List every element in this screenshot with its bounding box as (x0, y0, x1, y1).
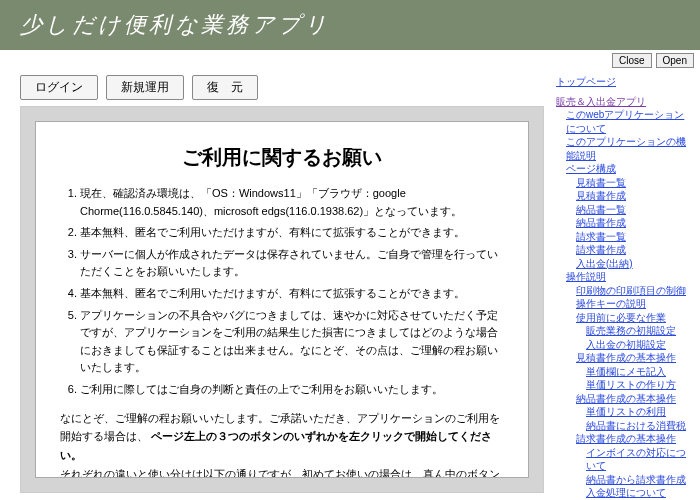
app-header: 少しだけ便利な業務アプリ (0, 0, 700, 50)
notice-item: 基本無料、匿名でご利用いただけますが、有料にて拡張することができます。 (80, 285, 504, 303)
sidebar-link[interactable]: 納品書一覧 (576, 204, 626, 215)
sidebar-link[interactable]: 入金処理について (586, 487, 666, 498)
notice-item: アプリケーションの不具合やバグにつきましては、速やかに対応させていただく予定です… (80, 307, 504, 377)
sidebar-link[interactable]: このアプリケーションの機能説明 (566, 136, 686, 161)
left-pane: ログイン 新規運用 復 元 ご利用に関するお願い 現在、確認済み環境は、「OS：… (0, 71, 552, 500)
sidebar-link[interactable]: インボイスの対応について (586, 447, 686, 472)
sidebar-link[interactable]: 使用前に必要な作業 (576, 312, 666, 323)
app-title: 少しだけ便利な業務アプリ (20, 12, 331, 37)
sidebar-link[interactable]: 見積書作成の基本操作 (576, 352, 676, 363)
sidebar-nav: トップページ 販売＆入出金アプリ このwebアプリケーションについてこのアプリケ… (552, 71, 700, 500)
main-area: ログイン 新規運用 復 元 ご利用に関するお願い 現在、確認済み環境は、「OS：… (0, 71, 700, 500)
notice-item: サーバーに個人が作成されたデータは保存されていません。ご自身で管理を行っていただ… (80, 246, 504, 281)
restore-button[interactable]: 復 元 (192, 75, 258, 100)
sidebar-link[interactable]: 入出金(出納) (576, 258, 633, 269)
new-operation-button[interactable]: 新規運用 (106, 75, 184, 100)
sidebar-link[interactable]: 単価欄にメモ記入 (586, 366, 666, 377)
sidebar-link[interactable]: 操作キーの説明 (576, 298, 646, 309)
content-frame: ご利用に関するお願い 現在、確認済み環境は、「OS：Windows11」「ブラウ… (20, 106, 544, 493)
sidebar-link[interactable]: 見積書一覧 (576, 177, 626, 188)
sidebar-link[interactable]: 請求書作成の基本操作 (576, 433, 676, 444)
notice-item: 基本無料、匿名でご利用いただけますが、有料にて拡張することができます。 (80, 224, 504, 242)
notice-title: ご利用に関するお願い (60, 144, 504, 171)
sidebar-link[interactable]: 見積書作成 (576, 190, 626, 201)
sidebar-link[interactable]: 販売業務の初期設定 (586, 325, 676, 336)
sidebar-link[interactable]: 納品書から請求書作成 (586, 474, 686, 485)
sidebar-link[interactable]: ページ構成 (566, 163, 616, 174)
sidebar-link[interactable]: 入出金の初期設定 (586, 339, 666, 350)
sidebar-link[interactable]: 印刷物の印刷項目の制御 (576, 285, 686, 296)
notice-item: ご利用に際してはご自身の判断と責任の上でご利用をお願いいたします。 (80, 381, 504, 399)
sidebar-link[interactable]: 単価リストの利用 (586, 406, 666, 417)
notice-list: 現在、確認済み環境は、「OS：Windows11」「ブラウザ：google Ch… (60, 185, 504, 399)
open-button[interactable]: Open (656, 53, 694, 68)
window-controls: Close Open (0, 50, 700, 71)
sidebar-link[interactable]: このwebアプリケーションについて (566, 109, 684, 134)
notice-box: ご利用に関するお願い 現在、確認済み環境は、「OS：Windows11」「ブラウ… (35, 121, 529, 478)
sidebar-link[interactable]: 操作説明 (566, 271, 606, 282)
close-button[interactable]: Close (612, 53, 652, 68)
action-button-row: ログイン 新規運用 復 元 (20, 75, 544, 100)
sidebar-link[interactable]: 納品書作成 (576, 217, 626, 228)
sidebar-link[interactable]: 納品書における消費税 (586, 420, 686, 431)
sidebar-link[interactable]: 請求書作成 (576, 244, 626, 255)
login-button[interactable]: ログイン (20, 75, 98, 100)
sidebar-top-link[interactable]: トップページ (556, 76, 616, 87)
notice-footer: なにとぞ、ご理解の程お願いいたします。ご承諾いただき、アプリケーションのご利用を… (60, 409, 504, 478)
sidebar-link[interactable]: 納品書作成の基本操作 (576, 393, 676, 404)
notice-footer-post: それぞれの違いと使い分けは以下の通りですが、初めてお使いの場合は、真ん中のボタン (60, 468, 500, 478)
sidebar-link[interactable]: 請求書一覧 (576, 231, 626, 242)
sidebar-group1-title[interactable]: 販売＆入出金アプリ (556, 96, 646, 107)
sidebar-link[interactable]: 単価リストの作り方 (586, 379, 676, 390)
notice-item: 現在、確認済み環境は、「OS：Windows11」「ブラウザ：google Ch… (80, 185, 504, 220)
